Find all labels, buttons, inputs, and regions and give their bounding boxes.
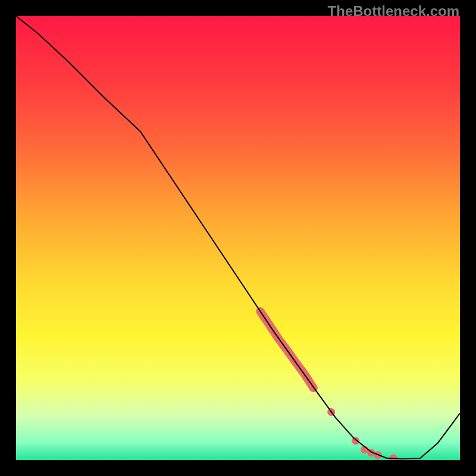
watermark-text: TheBottleneck.com (328, 3, 459, 20)
chart-frame: TheBottleneck.com (0, 0, 476, 476)
dots-lower (352, 437, 359, 444)
gradient-background (16, 16, 460, 460)
chart-svg (16, 16, 460, 460)
plot-area (16, 16, 460, 460)
